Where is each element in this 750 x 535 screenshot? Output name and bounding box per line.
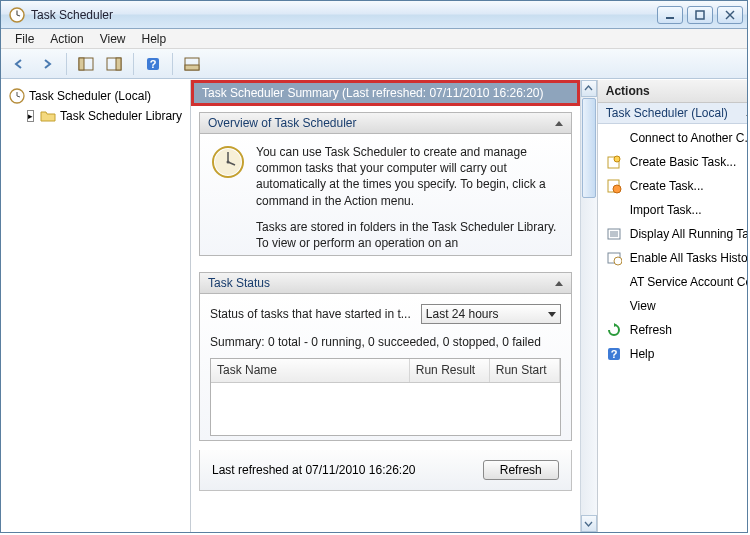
status-period-dropdown[interactable]: Last 24 hours [421,304,561,324]
toolbar-icon-panes2[interactable] [102,52,126,76]
window-title: Task Scheduler [9,7,657,23]
chevron-up-icon [555,281,563,286]
col-run-result[interactable]: Run Result [410,359,490,381]
status-header[interactable]: Task Status [199,272,572,294]
action-help[interactable]: ? Help [598,342,747,366]
svg-text:?: ? [150,58,157,70]
main-area: Task Scheduler (Local) ▸ Task Scheduler … [1,79,747,532]
svg-rect-14 [185,65,199,70]
status-panel: Task Status Status of tasks that have st… [199,272,572,440]
blank-icon [606,274,622,290]
svg-text:?: ? [610,348,617,360]
task-table-body [211,383,560,435]
back-button[interactable] [7,52,31,76]
minimize-button[interactable] [657,6,683,24]
actions-header: Actions [598,80,747,103]
last-refreshed-text: Last refreshed at 07/11/2010 16:26:20 [212,463,416,477]
title-bar: Task Scheduler [1,1,747,29]
action-create-task[interactable]: Create Task... [598,174,747,198]
maximize-button[interactable] [687,6,713,24]
action-connect[interactable]: Connect to Another C... [598,126,747,150]
svg-point-26 [613,185,621,193]
overview-title: Overview of Task Scheduler [208,116,357,130]
wizard-icon [606,154,622,170]
overview-panel: Overview of Task Scheduler You can use T… [199,112,572,256]
scroll-thumb[interactable] [582,98,596,198]
actions-section[interactable]: Task Scheduler (Local) [598,103,747,124]
status-label: Status of tasks that have started in t..… [210,306,411,322]
overview-para2: Tasks are stored in folders in the Task … [256,219,561,251]
tree-library[interactable]: ▸ Task Scheduler Library [23,106,186,126]
refresh-icon [606,322,622,338]
window-title-text: Task Scheduler [31,8,113,22]
menu-view[interactable]: View [92,30,134,48]
svg-rect-8 [79,58,84,70]
forward-button[interactable] [35,52,59,76]
scroll-up-button[interactable] [581,80,597,97]
chevron-up-icon [746,111,747,116]
menu-action[interactable]: Action [42,30,91,48]
toolbar-icon-panes3[interactable] [180,52,204,76]
task-table: Task Name Run Result Run Start [210,358,561,435]
clock-icon [9,88,25,104]
action-create-basic-task[interactable]: Create Basic Task... [598,150,747,174]
dropdown-value: Last 24 hours [426,306,499,322]
tree-library-label: Task Scheduler Library [60,109,182,123]
center-pane: Task Scheduler Summary (Last refreshed: … [191,80,597,532]
history-icon [606,250,622,266]
task-icon [606,178,622,194]
svg-rect-10 [116,58,121,70]
app-window: Task Scheduler File Action View Help ? T… [0,0,748,533]
expand-icon[interactable]: ▸ [27,110,34,122]
scroll-down-button[interactable] [581,515,597,532]
action-enable-history[interactable]: Enable All Tasks History [598,246,747,270]
list-icon [606,226,622,242]
action-view[interactable]: View [598,294,747,318]
overview-header[interactable]: Overview of Task Scheduler [199,112,572,134]
actions-section-label: Task Scheduler (Local) [606,106,728,120]
col-task-name[interactable]: Task Name [211,359,410,381]
status-title: Task Status [208,276,270,290]
status-summary: Summary: 0 total - 0 running, 0 succeede… [210,334,561,350]
folder-icon [40,108,56,124]
blank-icon [606,202,622,218]
toolbar: ? [1,49,747,79]
action-display-running[interactable]: Display All Running Ta... [598,222,747,246]
action-at-service[interactable]: AT Service Account Co... [598,270,747,294]
tree-root-label: Task Scheduler (Local) [29,89,151,103]
close-button[interactable] [717,6,743,24]
toolbar-separator [133,53,134,75]
blank-icon [606,298,622,314]
refresh-button[interactable]: Refresh [483,460,559,480]
svg-point-22 [227,161,230,164]
toolbar-help-button[interactable]: ? [141,52,165,76]
svg-point-24 [614,156,620,162]
menu-bar: File Action View Help [1,29,747,49]
svg-rect-4 [696,11,704,19]
clock-icon [210,144,246,180]
tree-pane: Task Scheduler (Local) ▸ Task Scheduler … [1,80,191,532]
app-icon [9,7,25,23]
chevron-up-icon [555,121,563,126]
tree-root[interactable]: Task Scheduler (Local) [5,86,186,106]
menu-file[interactable]: File [7,30,42,48]
chevron-down-icon [548,312,556,317]
actions-pane: Actions Task Scheduler (Local) Connect t… [597,80,747,532]
blank-icon [606,130,622,146]
action-refresh[interactable]: Refresh [598,318,747,342]
summary-bar: Task Scheduler Summary (Last refreshed: … [191,80,580,106]
action-import-task[interactable]: Import Task... [598,198,747,222]
footer-row: Last refreshed at 07/11/2010 16:26:20 Re… [199,450,572,491]
toolbar-separator [66,53,67,75]
menu-help[interactable]: Help [134,30,175,48]
col-run-start[interactable]: Run Start [490,359,560,381]
toolbar-icon-panes1[interactable] [74,52,98,76]
svg-point-32 [614,257,622,265]
overview-para1: You can use Task Scheduler to create and… [256,144,561,209]
help-icon: ? [606,346,622,362]
toolbar-separator [172,53,173,75]
vertical-scrollbar[interactable] [580,80,597,532]
